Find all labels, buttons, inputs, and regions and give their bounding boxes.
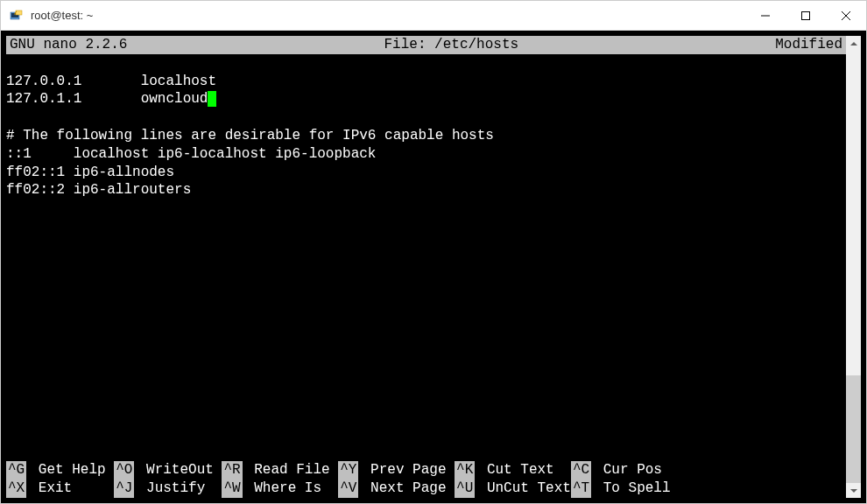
titlebar[interactable]: root@test: ~ bbox=[1, 1, 866, 31]
window-controls bbox=[745, 1, 866, 30]
editor-line: ff02::2 ip6-allrouters bbox=[6, 181, 846, 200]
putty-icon bbox=[10, 9, 24, 23]
close-button[interactable] bbox=[826, 1, 866, 30]
maximize-button[interactable] bbox=[786, 1, 826, 30]
shortcut-label: UnCut Text bbox=[475, 480, 571, 498]
shortcut-label: Exit bbox=[26, 480, 114, 498]
shortcut-label: Read File bbox=[243, 461, 339, 480]
shortcut-key: ^R bbox=[222, 461, 242, 480]
window-title: root@test: ~ bbox=[31, 9, 745, 22]
scrollbar-track[interactable] bbox=[846, 51, 861, 483]
editor-line: 127.0.1.1 owncloud bbox=[6, 90, 846, 108]
scrollbar[interactable] bbox=[846, 36, 861, 498]
putty-window: root@test: ~ GNU nano 2.2.6 File: /etc/h… bbox=[0, 0, 867, 504]
shortcut-label: WriteOut bbox=[134, 461, 222, 480]
shortcut-label: Prev Page bbox=[358, 461, 455, 480]
nano-version: GNU nano 2.2.6 bbox=[10, 36, 127, 54]
svg-marker-9 bbox=[850, 42, 857, 46]
cursor bbox=[208, 91, 216, 107]
shortcut-key: ^K bbox=[455, 461, 475, 480]
svg-rect-2 bbox=[16, 10, 22, 15]
shortcut-label: Cut Text bbox=[475, 461, 571, 480]
nano-header: GNU nano 2.2.6 File: /etc/hosts Modified bbox=[6, 36, 846, 54]
editor-area[interactable]: 127.0.0.1 localhost127.0.1.1 owncloud# T… bbox=[6, 54, 846, 462]
minimize-button[interactable] bbox=[745, 1, 786, 30]
editor-line: 127.0.0.1 localhost bbox=[6, 73, 846, 91]
nano-footer: ^G Get Help ^O WriteOut ^R Read File ^Y … bbox=[6, 461, 846, 498]
shortcuts-row-2: ^X Exit ^J Justify ^W Where Is ^V Next P… bbox=[6, 480, 846, 498]
editor-line bbox=[6, 54, 846, 73]
svg-marker-10 bbox=[850, 489, 857, 493]
editor-line: ff02::1 ip6-allnodes bbox=[6, 164, 846, 182]
shortcut-label: Cur Pos bbox=[591, 461, 670, 480]
nano-status: Modified bbox=[775, 36, 842, 54]
shortcut-key: ^T bbox=[571, 480, 591, 498]
shortcut-key: ^O bbox=[114, 461, 134, 480]
scroll-down-arrow[interactable] bbox=[846, 483, 861, 498]
shortcut-label: Justify bbox=[134, 480, 222, 498]
shortcuts-row-1: ^G Get Help ^O WriteOut ^R Read File ^Y … bbox=[6, 461, 846, 480]
shortcut-key: ^X bbox=[6, 480, 26, 498]
scrollbar-thumb[interactable] bbox=[846, 375, 861, 484]
nano-file: File: /etc/hosts bbox=[127, 36, 775, 54]
terminal[interactable]: GNU nano 2.2.6 File: /etc/hosts Modified… bbox=[6, 36, 846, 498]
svg-rect-6 bbox=[802, 11, 810, 19]
shortcut-key: ^W bbox=[222, 480, 242, 498]
shortcut-key: ^J bbox=[114, 480, 134, 498]
editor-line bbox=[6, 108, 846, 127]
terminal-container: GNU nano 2.2.6 File: /etc/hosts Modified… bbox=[1, 31, 866, 503]
editor-line: ::1 localhost ip6-localhost ip6-loopback bbox=[6, 145, 846, 164]
scroll-up-arrow[interactable] bbox=[846, 36, 861, 51]
shortcut-key: ^G bbox=[6, 461, 26, 480]
shortcut-key: ^C bbox=[571, 461, 591, 480]
editor-line: # The following lines are desirable for … bbox=[6, 127, 846, 145]
shortcut-key: ^V bbox=[338, 480, 358, 498]
shortcut-label: To Spell bbox=[591, 480, 670, 498]
shortcut-key: ^U bbox=[455, 480, 475, 498]
shortcut-key: ^Y bbox=[338, 461, 358, 480]
shortcut-label: Get Help bbox=[26, 461, 114, 480]
shortcut-label: Next Page bbox=[358, 480, 455, 498]
shortcut-label: Where Is bbox=[243, 480, 339, 498]
